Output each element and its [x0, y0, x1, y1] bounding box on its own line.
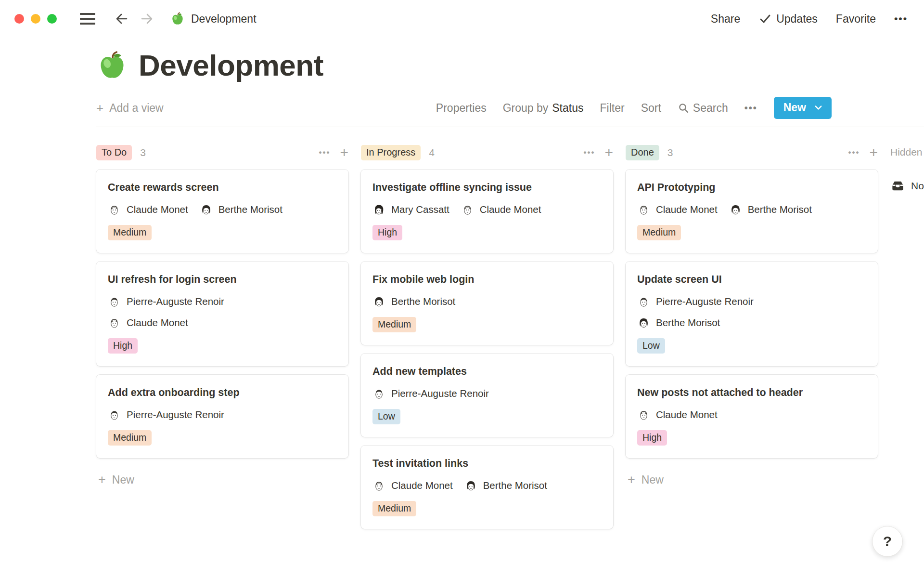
sort-button[interactable]: Sort [641, 102, 661, 115]
add-view-button[interactable]: + Add a view [96, 101, 164, 116]
maximize-window-button[interactable] [47, 14, 57, 24]
favorite-button[interactable]: Favorite [836, 13, 876, 26]
column-count: 3 [667, 147, 673, 158]
assignee-name: Claude Monet [480, 204, 541, 215]
close-window-button[interactable] [14, 14, 24, 24]
check-icon [758, 12, 772, 26]
kanban-card[interactable]: UI refresh for login screenPierre-August… [96, 262, 348, 366]
assignee: Berthe Morisot [200, 203, 282, 216]
assignee-name: Pierre-Auguste Renoir [656, 296, 754, 307]
sidebar-menu-icon[interactable] [80, 13, 95, 25]
card-title: UI refresh for login screen [108, 273, 337, 286]
help-button[interactable]: ? [872, 526, 903, 557]
priority-badge: Medium [637, 225, 681, 240]
traffic-lights [14, 14, 57, 24]
avatar-morisot [464, 479, 477, 492]
add-card-button[interactable]: +New [98, 473, 348, 487]
card-assignees: Claude MonetBerthe Morisot [372, 479, 602, 492]
group-by-button[interactable]: Group by Status [503, 102, 584, 115]
avatar-morisot [729, 203, 742, 216]
avatar-morisot [637, 316, 650, 329]
card-title: Investigate offline syncing issue [372, 181, 602, 194]
kanban-card[interactable]: New posts not attached to headerClaude M… [626, 375, 878, 458]
column-add-icon[interactable]: + [604, 145, 613, 160]
kanban-card[interactable]: Investigate offline syncing issueMary Ca… [361, 170, 613, 253]
assignee-name: Claude Monet [127, 317, 188, 328]
view-more-options-icon[interactable]: ••• [744, 103, 757, 114]
avatar-renoir [108, 408, 121, 421]
column-count: 3 [140, 147, 146, 158]
column-more-icon[interactable]: ••• [848, 148, 860, 158]
forward-arrow-icon[interactable] [140, 12, 154, 26]
column-more-icon[interactable]: ••• [319, 148, 331, 158]
kanban-card[interactable]: Create rewards screenClaude MonetBerthe … [96, 170, 348, 253]
new-button[interactable]: New [774, 97, 832, 119]
updates-button[interactable]: Updates [758, 12, 818, 26]
assignee-name: Claude Monet [391, 480, 453, 491]
kanban-card[interactable]: Fix mobile web loginBerthe MorisotMedium [361, 262, 613, 345]
column-status-pill[interactable]: To Do [96, 145, 132, 160]
kanban-board: To Do3•••+Create rewards screenClaude Mo… [0, 144, 924, 538]
plus-icon: + [96, 101, 103, 116]
card-assignees: Pierre-Auguste RenoirClaude Monet [108, 295, 337, 329]
column-add-icon[interactable]: + [869, 145, 878, 160]
card-assignees: Pierre-Auguste RenoirBerthe Morisot [637, 295, 866, 329]
kanban-card[interactable]: Add extra onboarding stepPierre-Auguste … [96, 375, 348, 458]
board-column: To Do3•••+Create rewards screenClaude Mo… [96, 144, 348, 487]
column-more-icon[interactable]: ••• [584, 148, 595, 158]
assignee: Mary Cassatt [372, 203, 449, 216]
kanban-card[interactable]: API PrototypingClaude MonetBerthe Moriso… [626, 170, 878, 253]
card-title: Update screen UI [637, 273, 866, 286]
add-card-label: New [112, 473, 134, 486]
more-options-icon[interactable]: ••• [894, 13, 908, 25]
card-title: New posts not attached to header [637, 386, 866, 399]
search-icon [678, 102, 689, 114]
column-status-pill[interactable]: In Progress [361, 145, 421, 160]
assignee-name: Mary Cassatt [391, 204, 449, 215]
filter-button[interactable]: Filter [600, 102, 625, 115]
page-icon-green-apple[interactable] [96, 50, 128, 81]
card-title: Add new templates [372, 365, 602, 378]
card-title: Test invitation links [372, 457, 602, 470]
column-status-pill[interactable]: Done [626, 145, 659, 160]
hidden-columns-panel: Hidden columns No Status [890, 144, 924, 193]
share-button[interactable]: Share [711, 13, 740, 26]
assignee: Berthe Morisot [637, 316, 720, 329]
search-button[interactable]: Search [678, 102, 728, 115]
card-assignees: Pierre-Auguste Renoir [108, 408, 337, 421]
assignee: Claude Monet [108, 203, 188, 216]
column-header: In Progress4•••+ [361, 144, 613, 162]
assignee-name: Berthe Morisot [483, 480, 547, 491]
avatar-monet [637, 408, 650, 421]
window-titlebar: Development Share Updates Favorite ••• [0, 0, 924, 38]
group-by-value: Status [552, 102, 583, 115]
back-arrow-icon[interactable] [115, 12, 129, 26]
card-assignees: Pierre-Auguste Renoir [372, 387, 602, 400]
avatar-morisot [200, 203, 213, 216]
card-assignees: Claude MonetBerthe Morisot [108, 203, 337, 216]
kanban-card[interactable]: Update screen UIPierre-Auguste RenoirBer… [626, 262, 878, 366]
assignee: Pierre-Auguste Renoir [108, 408, 224, 421]
avatar-monet [108, 203, 121, 216]
priority-badge: High [108, 338, 138, 354]
column-add-icon[interactable]: + [340, 145, 348, 160]
add-card-label: New [642, 473, 664, 486]
card-title: Fix mobile web login [372, 273, 602, 286]
priority-badge: High [372, 225, 402, 240]
avatar-morisot [372, 295, 385, 308]
kanban-card[interactable]: Test invitation linksClaude MonetBerthe … [361, 446, 613, 529]
minimize-window-button[interactable] [31, 14, 40, 24]
view-toolbar: + Add a view Properties Group by Status … [96, 97, 924, 127]
window-doc-title: Development [191, 13, 257, 26]
assignee: Claude Monet [637, 408, 718, 421]
assignee: Pierre-Auguste Renoir [637, 295, 754, 308]
column-count: 4 [429, 147, 435, 158]
assignee-name: Berthe Morisot [218, 204, 282, 215]
green-apple-icon [170, 12, 185, 26]
avatar-renoir [108, 295, 121, 308]
card-assignees: Mary CassattClaude Monet [372, 203, 602, 216]
kanban-card[interactable]: Add new templatesPierre-Auguste RenoirLo… [361, 354, 613, 437]
hidden-group-no-status[interactable]: No Status [890, 178, 924, 193]
add-card-button[interactable]: +New [628, 473, 878, 487]
properties-button[interactable]: Properties [436, 102, 487, 115]
